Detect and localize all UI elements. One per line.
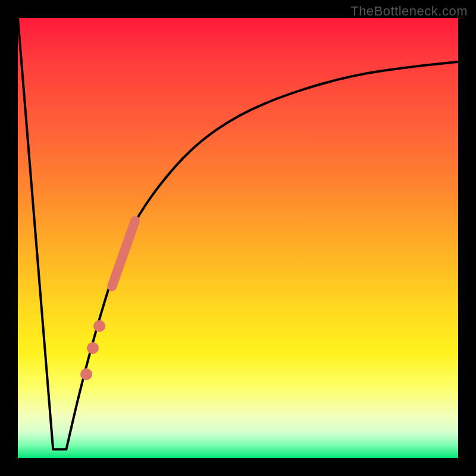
highlight-dot-3 [80,368,92,380]
highlight-dot-1 [93,320,105,332]
bottleneck-curve [18,18,458,458]
watermark-text: TheBottleneck.com [350,4,468,19]
plot-area [18,18,458,458]
highlight-dot-2 [87,342,99,354]
curve-path [18,18,458,449]
chart-frame: TheBottleneck.com [0,0,476,476]
